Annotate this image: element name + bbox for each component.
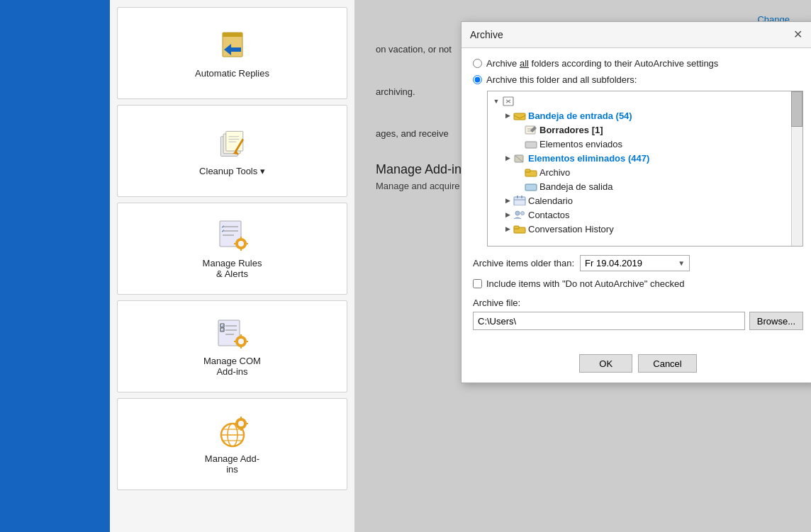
manage-rules-label: Manage Rules& Alerts	[203, 258, 262, 279]
card-cleanup-tools[interactable]: Cleanup Tools ▾	[117, 105, 347, 197]
salida-icon	[525, 181, 537, 192]
svg-rect-21	[240, 248, 242, 251]
manage-com-label: Manage COMAdd-ins	[203, 356, 261, 377]
archive-date-dropdown[interactable]: Fr 19.04.2019 ▼	[580, 255, 690, 271]
calendario-label: Calendario	[528, 196, 573, 206]
archivo-icon	[525, 166, 537, 178]
archivo-label: Archivo	[539, 167, 570, 178]
scrollbar-thumb[interactable]	[791, 91, 802, 127]
tree-item-archivo[interactable]: ▶ Archivo	[488, 165, 790, 179]
svg-point-19	[238, 241, 244, 247]
borradores-label: Borradores [1]	[539, 125, 603, 135]
tree-item-calendario[interactable]: ▶ Calendario	[488, 193, 790, 208]
svg-rect-23	[245, 243, 248, 244]
modal-overlay: Archive ✕ Archive all folders according …	[354, 0, 811, 532]
card-manage-com[interactable]: ✓ ✓ Manage COMAdd-ins	[117, 300, 347, 392]
card-manage-addins[interactable]: Manage Add-ins	[117, 398, 347, 490]
svg-rect-63	[514, 197, 525, 205]
modal-footer: OK Cancel	[462, 351, 811, 383]
manage-addins-icon	[216, 414, 250, 448]
card-panel: Automatic Replies Cleanup Tools ▾	[110, 0, 354, 532]
manage-rules-icon: ✓ ✓	[216, 218, 250, 252]
archive-all-label: Archive all folders according to their A…	[486, 58, 718, 69]
svg-rect-46	[240, 428, 242, 431]
svg-rect-3	[231, 47, 241, 52]
tree-item-eliminados[interactable]: ▶ Elementos eliminados (447)	[488, 151, 790, 165]
dropdown-arrow-icon: ▼	[678, 259, 685, 267]
contactos-label: Contactos	[528, 210, 570, 220]
svg-point-68	[521, 212, 525, 215]
conv-history-label: Conversation History	[528, 224, 614, 234]
bandeja-icon	[513, 110, 526, 121]
svg-rect-65	[517, 196, 518, 198]
card-automatic-replies[interactable]: Automatic Replies	[117, 7, 347, 99]
automatic-replies-label: Automatic Replies	[195, 68, 269, 79]
svg-text:✓: ✓	[221, 229, 225, 233]
svg-rect-36	[234, 341, 237, 342]
automatic-replies-icon	[216, 28, 250, 62]
archive-modal: Archive ✕ Archive all folders according …	[461, 21, 811, 383]
do-not-archive-checkbox[interactable]	[473, 279, 482, 288]
tree-item-bandeja[interactable]: ▶ Bandeja de entrada (54)	[488, 108, 790, 123]
tree-item-contactos[interactable]: ▶ Contactos	[488, 208, 790, 222]
svg-rect-48	[245, 423, 248, 424]
modal-title: Archive	[470, 29, 503, 40]
archive-folder-radio[interactable]	[473, 75, 482, 84]
svg-point-33	[238, 339, 244, 344]
cleanup-tools-label: Cleanup Tools ▾	[199, 166, 265, 176]
archive-file-label: Archive file:	[473, 298, 803, 308]
checkbox-row: Include items with "Do not AutoArchive" …	[473, 278, 803, 289]
card-manage-rules[interactable]: ✓ ✓ Manage Rules& Alerts	[117, 203, 347, 295]
svg-rect-45	[240, 417, 242, 419]
svg-rect-37	[245, 341, 248, 342]
svg-point-44	[238, 421, 244, 426]
sidebar	[0, 0, 110, 532]
tree-item-conv-history[interactable]: ▶ Conversation History	[488, 222, 790, 236]
svg-rect-22	[234, 243, 237, 244]
bandeja-chevron: ▶	[502, 110, 513, 121]
modal-body: Archive all folders according to their A…	[462, 48, 811, 351]
tree-item-enviados[interactable]: ▶ Elementos enviados	[488, 137, 790, 151]
tree-item-borradores[interactable]: ▶ Borradores [1]	[488, 123, 790, 137]
svg-point-67	[515, 211, 520, 215]
tree-item-root[interactable]: ▼	[488, 94, 790, 108]
scrollbar-track[interactable]	[791, 91, 802, 246]
enviados-label: Elementos enviados	[539, 139, 622, 149]
browse-button[interactable]: Browse...	[749, 312, 803, 330]
borradores-icon	[525, 124, 537, 135]
svg-rect-47	[234, 423, 237, 424]
archive-file-input[interactable]	[473, 312, 745, 330]
ok-button[interactable]: OK	[579, 354, 632, 373]
modal-close-button[interactable]: ✕	[790, 28, 806, 42]
bandeja-label: Bandeja de entrada (54)	[528, 111, 632, 121]
archive-all-radio[interactable]	[473, 59, 482, 68]
svg-rect-34	[240, 334, 242, 337]
svg-rect-66	[521, 196, 522, 198]
archive-date-value: Fr 19.04.2019	[585, 258, 642, 268]
conv-history-chevron: ▶	[502, 223, 513, 234]
cleanup-tools-icon	[216, 126, 250, 160]
contactos-icon	[513, 209, 526, 220]
right-content: Change on vacation, or not archiving. ag…	[354, 0, 811, 532]
radio-all-row: Archive all folders according to their A…	[473, 58, 803, 69]
svg-rect-57	[525, 142, 537, 148]
tree-item-salida[interactable]: ▶ Bandeja de salida	[488, 179, 790, 193]
calendario-chevron: ▶	[502, 195, 513, 206]
svg-rect-1	[223, 33, 242, 37]
contactos-chevron: ▶	[502, 209, 513, 220]
modal-titlebar: Archive ✕	[462, 22, 811, 48]
cancel-button[interactable]: Cancel	[638, 354, 696, 373]
file-row: Browse...	[473, 312, 803, 330]
eliminados-icon	[513, 152, 526, 164]
svg-rect-6	[225, 131, 242, 151]
svg-text:✓: ✓	[220, 328, 223, 332]
svg-rect-35	[240, 346, 242, 349]
tree-inner: ▼ ▶	[488, 91, 802, 239]
archive-older-row: Archive items older than: Fr 19.04.2019 …	[473, 255, 803, 271]
manage-com-icon: ✓ ✓	[216, 316, 250, 350]
svg-rect-70	[514, 226, 519, 229]
conv-history-icon	[513, 223, 526, 234]
archive-older-label: Archive items older than:	[473, 258, 574, 268]
folder-tree[interactable]: ▼ ▶	[487, 91, 803, 247]
enviados-icon	[525, 138, 537, 149]
